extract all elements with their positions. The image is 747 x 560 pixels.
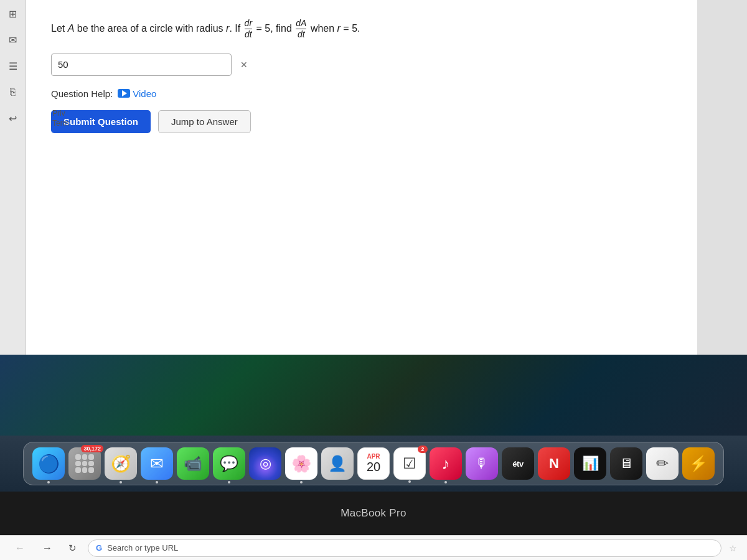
dock-item-mail[interactable]: ✉ (141, 447, 173, 480)
buttons-row: Submit Question Jump to Answer (51, 110, 672, 133)
display-icon: 🖥 (619, 455, 633, 472)
dock-item-reminders[interactable]: ☑ 2 (393, 447, 426, 480)
sidebar-icon-copy[interactable]: ⎘ (6, 85, 21, 100)
reminders-badge: 2 (418, 446, 428, 453)
dock: 🔵 30,172 🧭 ✉ (23, 442, 724, 485)
dock-item-appletv[interactable]: étv (502, 447, 534, 480)
forward-button[interactable]: → (37, 540, 57, 556)
dock-item-facetime[interactable]: 📹 (177, 447, 209, 480)
main-area: ⊞ ✉ ☰ ⎘ ↩ Let A be the area of a circle … (0, 0, 747, 355)
video-icon (118, 89, 130, 98)
messages-dot (228, 481, 230, 483)
question-text: Let A be the area of a circle with radiu… (51, 19, 672, 40)
browser-bar: ← → ↻ G Search or type URL ☆ (0, 535, 747, 560)
clear-input-button[interactable]: ✕ (237, 57, 251, 72)
dock-item-extra[interactable]: ⚡ (682, 447, 715, 480)
reminders-dot (408, 480, 411, 483)
dock-item-display[interactable]: 🖥 (610, 447, 642, 480)
finder-dot (47, 481, 50, 483)
macbook-label: MacBook Pro (341, 507, 406, 520)
question-text-mid4: when (308, 23, 337, 34)
answer-input[interactable] (51, 54, 232, 76)
mail-icon: ✉ (150, 454, 164, 474)
question-help: Question Help: Video (51, 88, 672, 99)
fraction-dA-num: dA (296, 19, 306, 29)
dock-item-photos[interactable]: 🌸 (285, 447, 317, 480)
sidebar-icon-grid[interactable]: ⊞ (6, 6, 21, 21)
mail-dot (156, 481, 158, 483)
contacts-icon: 👤 (328, 455, 347, 472)
safari-icon: 🧭 (111, 454, 131, 474)
dock-item-messages[interactable]: 💬 (213, 447, 245, 480)
dock-item-safari[interactable]: 🧭 (105, 447, 137, 480)
dock-item-stocks[interactable]: 📊 (574, 447, 606, 480)
fraction-dr-num: dr (245, 19, 252, 29)
variable-A: A (68, 23, 75, 34)
stocks-icon: 📊 (582, 455, 599, 472)
answer-input-container: ✕ (51, 54, 672, 76)
dock-item-contacts[interactable]: 👤 (321, 447, 354, 480)
video-label: Video (133, 88, 156, 99)
extra-icon: ⚡ (689, 455, 708, 472)
sidebar-icon-mail[interactable]: ✉ (6, 32, 21, 47)
sidebar-icon-back[interactable]: ↩ (6, 111, 21, 126)
google-icon: G (96, 543, 102, 553)
dock-item-music[interactable]: ♪ (430, 447, 462, 480)
dock-item-news[interactable]: N (538, 447, 570, 480)
photos-icon: 🌸 (291, 454, 311, 474)
dock-item-calendar[interactable]: APR 20 (357, 447, 390, 480)
dock-item-launchpad[interactable]: 30,172 (68, 447, 101, 480)
macbook-label-area: MacBook Pro (0, 492, 747, 535)
facetime-icon: 📹 (184, 455, 202, 472)
reminders-icon: ☑ (403, 455, 416, 472)
question-help-label: Question Help: (51, 88, 113, 99)
dock-item-finder[interactable]: 🔵 (32, 447, 65, 480)
dock-item-podcasts[interactable]: 🎙 (466, 447, 498, 480)
terms-link[interactable]: Term (52, 119, 69, 128)
back-button[interactable]: ← (10, 540, 30, 556)
calendar-month: APR (367, 454, 380, 460)
dock-item-pencil[interactable]: ✏ (646, 447, 679, 480)
content-area: Let A be the area of a circle with radiu… (26, 0, 697, 355)
news-icon: N (549, 455, 559, 472)
video-link[interactable]: Video (118, 88, 156, 99)
music-icon: ♪ (442, 454, 450, 474)
fraction-dA-den: dt (298, 29, 305, 39)
privacy-link[interactable]: Priv (52, 109, 69, 118)
launchpad-badge: 30,172 (81, 445, 103, 452)
question-text-end: = 5. (341, 23, 360, 34)
question-text-mid2: . If (229, 23, 243, 34)
dock-container: 🔵 30,172 🧭 ✉ (0, 436, 747, 492)
fraction-dr-dt: drdt (245, 19, 252, 40)
pencil-icon: ✏ (656, 455, 669, 472)
footer-links: Priv Term (52, 109, 69, 128)
question-text-before: Let (51, 23, 68, 34)
question-text-mid1: be the area of a circle with radius (74, 23, 226, 34)
sidebar-icon-menu[interactable]: ☰ (6, 58, 21, 73)
sidebar: ⊞ ✉ ☰ ⎘ ↩ (0, 0, 26, 355)
jump-to-answer-button[interactable]: Jump to Answer (158, 110, 251, 133)
podcasts-icon: 🎙 (475, 455, 489, 472)
url-text: Search or type URL (107, 543, 178, 553)
appletv-icon: étv (512, 459, 523, 469)
fraction-dA-dt: dAdt (296, 19, 306, 40)
reload-button[interactable]: ↻ (65, 540, 80, 556)
photos-dot (300, 481, 303, 483)
calendar-day: 20 (367, 460, 380, 474)
finder-icon: 🔵 (38, 454, 60, 474)
safari-dot (120, 481, 122, 483)
star-button[interactable]: ☆ (729, 543, 737, 553)
siri-icon: ◎ (260, 455, 271, 472)
launchpad-icon (75, 454, 94, 473)
fraction-dr-den: dt (245, 29, 252, 39)
question-text-mid3: = 5, find (253, 23, 294, 34)
dock-item-siri[interactable]: ◎ (249, 447, 281, 480)
right-panel (697, 0, 747, 355)
messages-icon: 💬 (220, 455, 238, 472)
url-bar[interactable]: G Search or type URL (88, 539, 721, 557)
music-dot (444, 481, 447, 483)
